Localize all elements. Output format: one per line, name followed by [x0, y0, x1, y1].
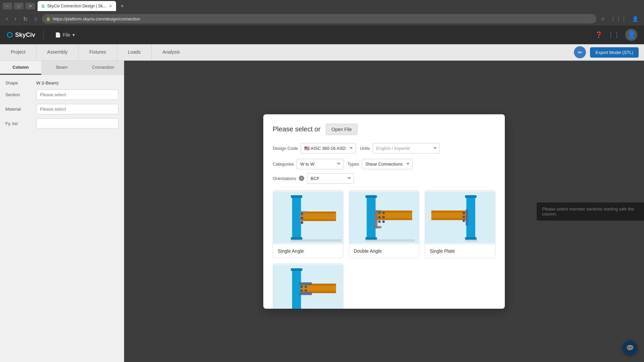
file-menu[interactable]: 📄 File ▾	[52, 30, 78, 40]
svg-point-39	[463, 212, 465, 214]
tab-favicon: S	[42, 4, 45, 9]
sidebar-tab-beam[interactable]: Beam	[41, 61, 83, 75]
double-plate-image	[273, 264, 343, 309]
shape-value: W (I-Beam)	[36, 80, 58, 85]
modal-filters: Design Code 🇺🇸 AISC 360-16 ASD Units Eng…	[273, 143, 495, 184]
categories-select[interactable]: W to W	[297, 159, 343, 169]
lock-icon: 🔒	[46, 17, 51, 21]
svg-rect-2	[291, 195, 302, 198]
app-container: ⬡ SkyCiv 📄 File ▾ ❓ ⋮⋮ 👤 Project Assembl…	[0, 25, 644, 362]
modal-header: Please select or Open File	[273, 124, 495, 135]
work-area: Please select member sections starting w…	[124, 61, 644, 362]
types-select[interactable]: Shear Connections	[362, 159, 413, 169]
app-nav-bar: Project Assembly Fixtures Loads Analysis…	[0, 44, 644, 61]
orientations-select[interactable]: BCF	[307, 173, 354, 184]
design-code-filter: Design Code 🇺🇸 AISC 360-16 ASD	[273, 143, 356, 154]
single-angle-card[interactable]: Single Angle	[273, 190, 343, 258]
help-icon[interactable]: ❓	[595, 31, 602, 39]
browser-window-controls: ─ □ ✕	[3, 3, 35, 9]
svg-point-54	[301, 289, 303, 292]
svg-rect-1	[292, 195, 301, 240]
orientations-filter: Orientations i BCF	[273, 173, 354, 184]
tab-title: SkyCiv Connection Design | Sk...	[47, 4, 106, 8]
single-angle-svg	[273, 191, 343, 244]
single-plate-card[interactable]: Single Plate	[425, 190, 495, 258]
url-text: https://platform.skyciv.com/design/conne…	[53, 16, 140, 21]
svg-rect-36	[431, 210, 468, 213]
double-angle-card[interactable]: Double Angle	[349, 190, 420, 258]
nav-tab-project[interactable]: Project	[0, 44, 36, 60]
nav-tab-analysis[interactable]: Analysis	[152, 44, 191, 60]
double-angle-svg	[349, 191, 419, 244]
svg-rect-51	[299, 292, 312, 295]
star-icon[interactable]: ☆	[599, 14, 606, 23]
browser-titlebar: ─ □ ✕ S SkyCiv Connection Design | Sk...…	[0, 0, 644, 12]
forward-button[interactable]: ›	[12, 14, 18, 23]
main-content: Column Beam Connection Shape W (I-Beam) …	[0, 61, 644, 362]
svg-point-29	[382, 220, 385, 223]
fy-input[interactable]	[36, 118, 118, 129]
svg-rect-6	[301, 219, 336, 221]
reload-button[interactable]: ↻	[21, 14, 30, 23]
apps-icon[interactable]: ⋮⋮	[608, 31, 620, 39]
svg-point-25	[382, 211, 385, 214]
export-model-button[interactable]: Export Model (STL)	[590, 47, 639, 58]
material-label: Material	[5, 107, 32, 112]
tab-close-icon[interactable]: ✕	[109, 4, 112, 8]
double-angle-image	[349, 191, 419, 244]
open-file-button[interactable]: Open File	[326, 124, 358, 135]
sidebar-fields: Shape W (I-Beam) Section Material Fy, ks…	[0, 75, 124, 134]
types-filter: Types Shear Connections	[347, 159, 413, 169]
topbar-divider	[43, 30, 44, 40]
user-avatar[interactable]: 👤	[625, 29, 637, 41]
app-logo: ⬡ SkyCiv	[7, 31, 35, 39]
url-bar[interactable]: 🔒 https://platform.skyciv.com/design/con…	[42, 14, 596, 23]
shape-label: Shape	[5, 80, 32, 85]
app-nav: Project Assembly Fixtures Loads Analysis	[0, 44, 569, 60]
file-menu-chevron: ▾	[72, 32, 75, 38]
browser-action-icons: ☆ ⋮⋮⋮ 👤	[599, 14, 640, 23]
svg-rect-38	[466, 209, 469, 225]
app-topbar: ⬡ SkyCiv 📄 File ▾ ❓ ⋮⋮ 👤	[0, 25, 644, 44]
minimize-button[interactable]: ─	[3, 3, 12, 9]
home-button[interactable]: ⌂	[32, 14, 40, 23]
units-filter: Units English / Imperial	[360, 143, 440, 154]
svg-rect-4	[301, 213, 336, 220]
svg-rect-37	[431, 218, 468, 220]
topbar-right-actions: ✏ Export Model (STL)	[569, 46, 644, 58]
svg-rect-44	[292, 268, 301, 308]
svg-rect-33	[465, 195, 477, 198]
double-plate-svg	[273, 264, 343, 309]
modal-dialog: Please select or Open File Design Code 🇺…	[263, 114, 505, 309]
orientations-info-icon: i	[299, 176, 304, 181]
close-button[interactable]: ✕	[25, 3, 35, 9]
single-plate-svg	[425, 191, 495, 244]
section-input[interactable]	[36, 89, 118, 100]
svg-rect-5	[301, 211, 336, 213]
grid-icon[interactable]: ⋮⋮⋮	[609, 14, 628, 23]
nav-tab-assembly[interactable]: Assembly	[37, 44, 78, 60]
svg-point-40	[463, 216, 465, 218]
maximize-button[interactable]: □	[14, 3, 23, 9]
single-plate-label: Single Plate	[425, 244, 495, 258]
material-input[interactable]	[36, 104, 118, 114]
units-select[interactable]: English / Imperial	[373, 143, 440, 154]
sidebar-tabs: Column Beam Connection	[0, 61, 124, 75]
nav-tab-loads[interactable]: Loads	[117, 44, 151, 60]
design-code-select[interactable]: 🇺🇸 AISC 360-16 ASD	[301, 143, 356, 154]
double-plate-card[interactable]: Double Plate	[273, 263, 343, 309]
svg-rect-12	[291, 239, 342, 242]
section-field-row: Section	[5, 89, 118, 100]
fy-label: Fy, ksi	[5, 121, 32, 126]
new-tab-button[interactable]: +	[119, 3, 126, 9]
profile-icon[interactable]: 👤	[631, 14, 640, 23]
edit-pencil-button[interactable]: ✏	[574, 46, 586, 58]
svg-point-9	[301, 212, 304, 215]
browser-tab[interactable]: S SkyCiv Connection Design | Sk... ✕	[38, 1, 116, 11]
back-button[interactable]: ‹	[4, 14, 10, 23]
sidebar-tab-column[interactable]: Column	[0, 61, 41, 75]
svg-point-53	[305, 285, 307, 288]
sidebar-tab-connection[interactable]: Connection	[83, 61, 124, 75]
nav-tab-fixtures[interactable]: Fixtures	[78, 44, 117, 60]
svg-rect-19	[375, 218, 412, 220]
